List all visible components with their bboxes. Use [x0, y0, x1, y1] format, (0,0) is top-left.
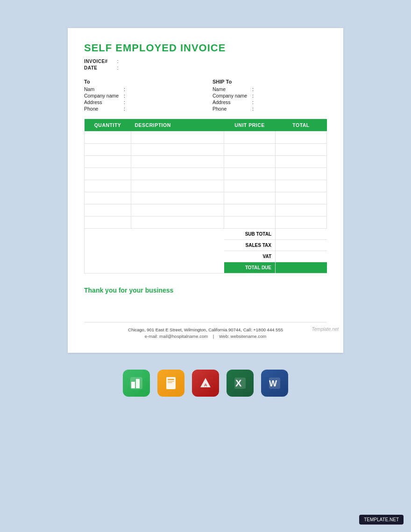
price-cell-4 — [224, 180, 276, 192]
bill-to-address-label: Address — [84, 99, 124, 105]
total-cell-6 — [276, 204, 327, 216]
bill-to-company-label: Company name — [84, 93, 124, 98]
table-row — [85, 216, 327, 228]
qty-cell-3 — [85, 168, 131, 180]
price-cell-3 — [224, 168, 276, 180]
word-icon[interactable]: W — [261, 370, 288, 397]
ship-to-address-row: Address : — [213, 99, 327, 105]
price-cell-0 — [224, 131, 276, 143]
subtotal-row: SUB TOTAL — [224, 229, 327, 240]
total-cell-0 — [276, 131, 327, 143]
ship-to-name-label: Name — [213, 86, 252, 92]
bill-to-name-colon: : — [124, 86, 125, 92]
qty-cell-0 — [85, 131, 131, 143]
qty-cell-7 — [85, 216, 131, 228]
ship-to-address-label: Address — [213, 99, 252, 105]
ship-to-company-row: Company name : — [213, 93, 327, 98]
svg-rect-6 — [168, 382, 172, 383]
sales-tax-row: SALES TAX — [224, 240, 327, 251]
qty-cell-2 — [85, 155, 131, 168]
qty-cell-5 — [85, 192, 131, 204]
subtotal-value — [276, 229, 327, 239]
ship-to-address-colon: : — [252, 99, 254, 105]
vat-row: VAT — [224, 251, 327, 262]
desc-cell-2 — [131, 155, 224, 168]
total-header: TOTAL — [276, 119, 327, 131]
ship-to-phone-row: Phone : — [213, 106, 327, 112]
svg-rect-3 — [166, 377, 176, 389]
total-cell-2 — [276, 155, 327, 168]
description-header: DESCRIPTION — [131, 119, 224, 131]
total-due-label: TOTAL DUE — [224, 262, 276, 273]
invoice-table-wrapper: QUANTITY DESCRIPTION UNIT PRICE TOTAL — [84, 119, 327, 273]
email-label: e-mail: — [145, 334, 158, 339]
template-badge: TEMPLATE.NET — [359, 515, 404, 525]
table-body — [85, 131, 327, 228]
sales-tax-value — [276, 240, 327, 251]
numbers-icon[interactable] — [123, 370, 150, 397]
price-cell-6 — [224, 204, 276, 216]
total-due-row: TOTAL DUE — [224, 262, 327, 273]
web-label: Web: — [219, 334, 229, 339]
price-cell-2 — [224, 155, 276, 168]
sales-tax-label: SALES TAX — [224, 240, 276, 251]
svg-text:A: A — [204, 383, 207, 387]
invoice-number-colon: : — [117, 59, 119, 64]
table-row — [85, 168, 327, 180]
svg-text:X: X — [235, 378, 242, 388]
total-cell-7 — [276, 216, 327, 228]
qty-cell-4 — [85, 180, 131, 192]
desc-cell-0 — [131, 131, 224, 143]
invoice-number-label: INVOICE# — [84, 59, 116, 64]
qty-cell-6 — [85, 204, 131, 216]
total-due-value — [276, 262, 327, 273]
invoice-date-colon: : — [117, 65, 119, 70]
vat-value — [276, 251, 327, 262]
invoice-footer: Chicago, 901 East E Street, Wilmington, … — [84, 322, 327, 339]
invoice-number-row: INVOICE# : — [84, 59, 327, 64]
excel-icon[interactable]: X — [227, 370, 254, 397]
bill-to-company-colon: : — [124, 93, 125, 98]
summary-section: SUB TOTAL SALES TAX VAT TOTAL DUE — [84, 229, 327, 273]
table-header: QUANTITY DESCRIPTION UNIT PRICE TOTAL — [85, 119, 327, 131]
ship-to-company-label: Company name — [213, 93, 252, 98]
pages-icon[interactable] — [157, 370, 184, 397]
svg-rect-2 — [136, 379, 140, 388]
contact-separator: | — [213, 334, 214, 339]
invoice-date-label: DATE — [84, 65, 116, 70]
app-icons-section: A X W — [123, 370, 288, 397]
ship-to-name-row: Name : — [213, 86, 327, 92]
total-cell-1 — [276, 143, 327, 155]
acrobat-icon[interactable]: A — [192, 370, 219, 397]
svg-rect-4 — [168, 379, 174, 380]
footer-contact: e-mail: mail@hospitalname.com | Web: web… — [84, 334, 327, 339]
qty-cell-1 — [85, 143, 131, 155]
vat-label: VAT — [224, 251, 276, 262]
ship-to-phone-label: Phone — [213, 106, 252, 112]
subtotal-label: SUB TOTAL — [224, 229, 276, 239]
invoice-title: SELF EMPLOYED INVOICE — [84, 42, 327, 54]
table-row — [85, 204, 327, 216]
desc-cell-5 — [131, 192, 224, 204]
desc-cell-4 — [131, 180, 224, 192]
invoice-table: QUANTITY DESCRIPTION UNIT PRICE TOTAL — [84, 119, 327, 229]
ship-to-phone-colon: : — [252, 106, 254, 112]
price-cell-5 — [224, 192, 276, 204]
watermark-text: Template.net — [312, 327, 339, 332]
desc-cell-7 — [131, 216, 224, 228]
price-cell-7 — [224, 216, 276, 228]
summary-empty-left — [84, 229, 224, 273]
bill-to-phone-colon: : — [124, 106, 125, 112]
bill-to-company-row: Company name : — [84, 93, 198, 98]
ship-to-name-colon: : — [252, 86, 254, 92]
summary-totals: SUB TOTAL SALES TAX VAT TOTAL DUE — [224, 229, 327, 273]
invoice-date-row: DATE : — [84, 65, 327, 70]
desc-cell-1 — [131, 143, 224, 155]
email-value: mail@hospitalname.com — [159, 334, 208, 339]
ship-to-title: SHIP To — [213, 79, 327, 84]
ship-to-section: SHIP To Name : Company name : Address : … — [213, 79, 327, 112]
total-cell-4 — [276, 180, 327, 192]
svg-rect-1 — [131, 382, 135, 388]
bill-to-address-row: Address : — [84, 99, 198, 105]
table-row — [85, 143, 327, 155]
